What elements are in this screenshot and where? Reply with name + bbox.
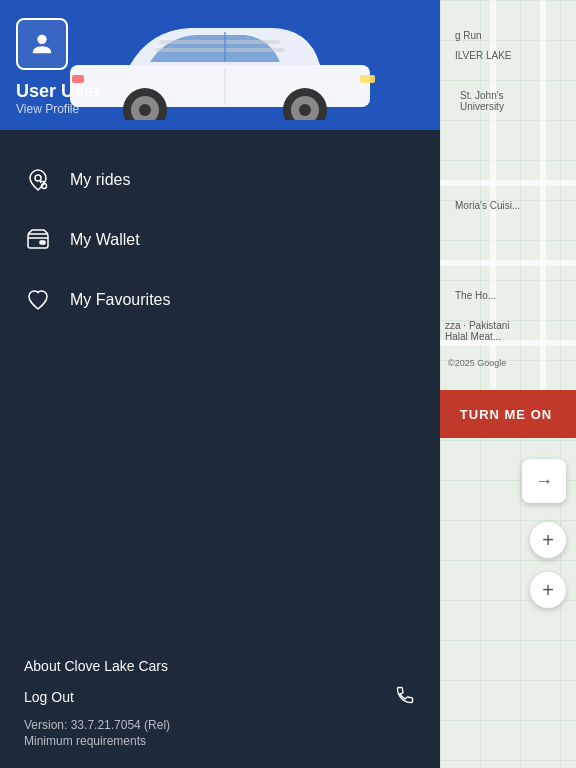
nav-menu: My rides My Wallet My Favourites: [0, 130, 440, 350]
user-info: User User View Profile: [16, 81, 101, 116]
nav-spacer: [0, 350, 440, 642]
about-link[interactable]: About Clove Lake Cars: [24, 658, 416, 674]
svg-rect-17: [40, 241, 45, 244]
user-icon: [28, 30, 56, 58]
navigate-button[interactable]: →: [522, 459, 566, 503]
svg-point-5: [299, 104, 311, 116]
user-avatar[interactable]: [16, 18, 68, 70]
view-profile-link[interactable]: View Profile: [16, 102, 101, 116]
svg-rect-0: [70, 65, 370, 107]
nav-item-my-favourites[interactable]: My Favourites: [0, 270, 440, 330]
logout-button[interactable]: Log Out: [24, 689, 74, 705]
svg-rect-1: [160, 40, 280, 44]
sidebar-header: User User View Profile: [0, 0, 440, 130]
min-req-text: Minimum requirements: [24, 734, 416, 748]
phone-icon[interactable]: [394, 684, 416, 710]
turn-me-on-button[interactable]: TURN ME ON: [436, 390, 576, 438]
sidebar: User User View Profile My rides: [0, 0, 440, 768]
plus-button-2[interactable]: +: [530, 572, 566, 608]
wallet-icon: [24, 226, 52, 254]
location-icon: [24, 166, 52, 194]
svg-point-14: [35, 175, 41, 181]
svg-point-15: [42, 184, 47, 189]
nav-label-my-favourites: My Favourites: [70, 291, 170, 309]
nav-label-my-rides: My rides: [70, 171, 130, 189]
svg-point-13: [37, 35, 46, 44]
svg-rect-2: [155, 48, 285, 52]
svg-rect-9: [360, 75, 375, 83]
plus-button-1[interactable]: +: [530, 522, 566, 558]
heart-icon: [24, 286, 52, 314]
map-attribution: ©2025 Google: [448, 358, 506, 368]
nav-item-my-wallet[interactable]: My Wallet: [0, 210, 440, 270]
version-text: Version: 33.7.21.7054 (Rel): [24, 718, 416, 732]
logout-row: Log Out: [24, 684, 416, 710]
nav-item-my-rides[interactable]: My rides: [0, 150, 440, 210]
svg-point-8: [139, 104, 151, 116]
sidebar-bottom: About Clove Lake Cars Log Out Version: 3…: [0, 642, 440, 768]
nav-label-my-wallet: My Wallet: [70, 231, 140, 249]
user-name: User User: [16, 81, 101, 102]
